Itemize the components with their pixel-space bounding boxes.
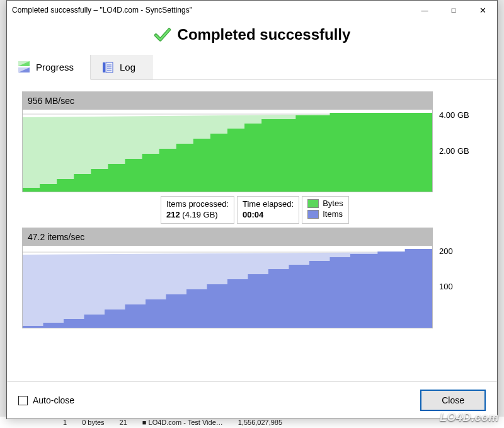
legend-bytes-label: Bytes bbox=[323, 199, 343, 208]
items-chart-svg bbox=[23, 246, 432, 328]
time-elapsed-stat: Time elapsed: 00:04 bbox=[237, 196, 299, 224]
minimize-button[interactable]: — bbox=[410, 1, 439, 20]
svg-rect-4 bbox=[103, 62, 105, 72]
heading: Completed successfully bbox=[7, 20, 497, 55]
tab-progress[interactable]: Progress bbox=[7, 55, 91, 80]
items-axis: 200 100 bbox=[439, 228, 482, 328]
time-elapsed-label: Time elapsed: bbox=[243, 199, 294, 210]
auto-close-checkbox[interactable]: Auto-close bbox=[18, 395, 74, 405]
bytes-tick-mid: 2.00 GB bbox=[439, 146, 482, 154]
legend-items-label: Items bbox=[323, 209, 343, 219]
bytes-chart: 956 MB/sec bbox=[22, 91, 433, 192]
dialog-footer: Auto-close Close bbox=[7, 381, 497, 419]
stats-row: Items processed: 212 (4.19 GB) Time elap… bbox=[161, 196, 482, 224]
items-processed-count: 212 bbox=[166, 210, 180, 219]
legend: Bytes Items bbox=[302, 196, 349, 224]
tab-bar: Progress Log bbox=[7, 55, 497, 80]
dialog-window: Completed successfully – "LO4D.com - Syn… bbox=[6, 0, 498, 419]
time-elapsed-value: 00:04 bbox=[243, 210, 294, 221]
items-processed-stat: Items processed: 212 (4.19 GB) bbox=[161, 196, 234, 224]
items-chart-row: 47.2 items/sec 200 100 bbox=[22, 228, 482, 328]
tab-log-label: Log bbox=[120, 62, 135, 72]
titlebar[interactable]: Completed successfully – "LO4D.com - Syn… bbox=[7, 1, 497, 20]
bytes-tick-high: 4.00 GB bbox=[439, 110, 482, 119]
items-processed-label: Items processed: bbox=[166, 199, 229, 210]
progress-icon bbox=[18, 61, 30, 72]
watermark: LO4D.com bbox=[440, 411, 499, 424]
bytes-rate-label: 956 MB/sec bbox=[23, 92, 432, 110]
heading-text: Completed successfully bbox=[178, 26, 351, 43]
bytes-chart-svg bbox=[23, 110, 432, 192]
legend-bytes-swatch bbox=[307, 199, 319, 208]
items-processed-size: (4.19 GB) bbox=[182, 210, 217, 219]
log-icon bbox=[102, 62, 113, 73]
close-button[interactable]: Close bbox=[420, 390, 486, 411]
items-chart: 47.2 items/sec bbox=[22, 228, 433, 328]
bytes-axis: 4.00 GB 2.00 GB bbox=[439, 91, 482, 192]
items-rate-label: 47.2 items/sec bbox=[23, 228, 432, 246]
bytes-chart-row: 956 MB/sec 4.00 GB 2.00 GB bbox=[22, 91, 482, 192]
items-tick-high: 200 bbox=[439, 246, 482, 255]
tab-log[interactable]: Log bbox=[91, 55, 152, 79]
legend-items-swatch bbox=[307, 210, 319, 219]
auto-close-label: Auto-close bbox=[33, 395, 74, 405]
svg-rect-5 bbox=[106, 62, 113, 72]
dialog-body: 956 MB/sec 4.00 GB 2.00 GB bbox=[7, 80, 497, 381]
maximize-button[interactable]: □ bbox=[439, 1, 468, 20]
tab-progress-label: Progress bbox=[36, 62, 74, 72]
items-tick-mid: 100 bbox=[439, 282, 482, 290]
checkmark-icon bbox=[154, 26, 171, 43]
window-close-button[interactable]: ✕ bbox=[468, 1, 497, 20]
window-title: Completed successfully – "LO4D.com - Syn… bbox=[12, 6, 410, 14]
checkbox-box-icon bbox=[18, 396, 28, 405]
